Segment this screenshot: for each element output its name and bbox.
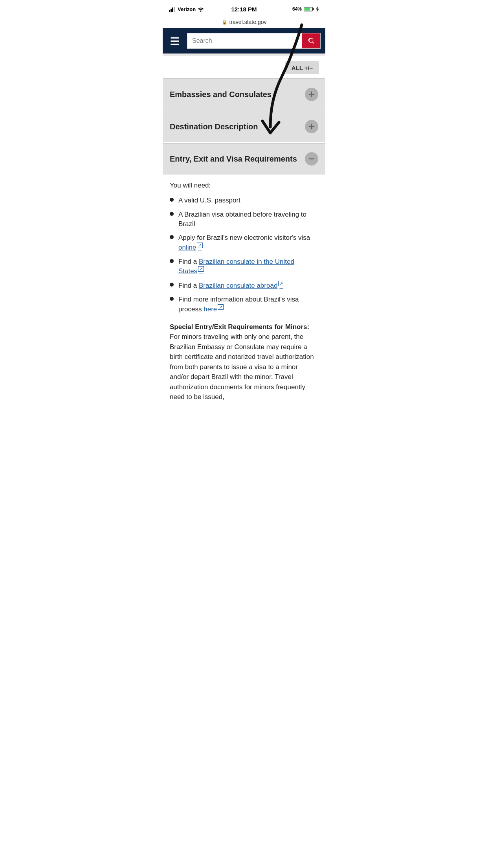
svg-rect-0 bbox=[169, 10, 170, 12]
bullet-dot bbox=[170, 283, 174, 287]
requirements-list: A valid U.S. passport A Brazilian visa o… bbox=[170, 196, 318, 314]
consulate-us-link[interactable]: Brazilian consulate in the United States… bbox=[178, 258, 294, 275]
accordion-title-entry: Entry, Exit and Visa Requirements bbox=[170, 154, 305, 164]
entry-expanded-content: You will need: A valid U.S. passport A B… bbox=[163, 174, 325, 412]
battery-percent: 64% bbox=[292, 6, 302, 12]
search-button[interactable] bbox=[302, 33, 320, 48]
accordion-header-embassies[interactable]: Embassies and Consulates bbox=[163, 79, 325, 110]
list-item-text: Find more information about Brazil's vis… bbox=[178, 295, 318, 314]
accordion-title-destination: Destination Description bbox=[170, 122, 305, 131]
more-info-link[interactable]: here↗ bbox=[204, 305, 224, 313]
svg-rect-5 bbox=[313, 8, 314, 10]
svg-rect-6 bbox=[305, 8, 310, 11]
search-container bbox=[187, 33, 321, 49]
list-item-text: A valid U.S. passport bbox=[178, 196, 240, 205]
special-entry-text: For minors traveling with only one paren… bbox=[170, 333, 314, 401]
svg-marker-7 bbox=[316, 6, 319, 12]
accordion-section-destination: Destination Description bbox=[163, 110, 325, 142]
lock-icon: 🔒 bbox=[222, 19, 227, 25]
bullet-dot bbox=[170, 297, 174, 301]
accordion-section-entry: Entry, Exit and Visa Requirements You wi… bbox=[163, 143, 325, 412]
accordion-title-embassies: Embassies and Consulates bbox=[170, 90, 305, 99]
svg-rect-2 bbox=[172, 7, 173, 12]
list-item: Find a Brazilian consulate in the United… bbox=[170, 257, 318, 276]
list-item: Find a Brazilian consulate abroad↗ bbox=[170, 281, 318, 290]
special-entry-paragraph: Special Entry/Exit Requirements for Mino… bbox=[170, 322, 318, 402]
bullet-dot bbox=[170, 259, 174, 263]
status-bar: Verizon 12:18 PM 64% bbox=[163, 0, 325, 17]
hamburger-line-3 bbox=[171, 44, 179, 45]
bullet-dot bbox=[170, 212, 174, 216]
list-item: A valid U.S. passport bbox=[170, 196, 318, 205]
list-item-text: Find a Brazilian consulate in the United… bbox=[178, 257, 318, 276]
signal-icon bbox=[169, 6, 176, 12]
accordion-icon-embassies bbox=[305, 88, 318, 101]
list-item-text: Find a Brazilian consulate abroad↗ bbox=[178, 281, 284, 290]
search-icon bbox=[307, 37, 315, 45]
carrier-signal: Verizon bbox=[169, 6, 204, 12]
list-item: Find more information about Brazil's vis… bbox=[170, 295, 318, 314]
svg-rect-1 bbox=[171, 9, 172, 12]
you-will-need-label: You will need: bbox=[170, 182, 318, 189]
consulate-abroad-link[interactable]: Brazilian consulate abroad↗ bbox=[199, 282, 284, 289]
bullet-dot bbox=[170, 235, 174, 239]
plus-icon bbox=[308, 91, 315, 98]
accordion-section-embassies: Embassies and Consulates bbox=[163, 78, 325, 110]
battery-area: 64% bbox=[292, 6, 319, 12]
carrier-label: Verizon bbox=[178, 6, 196, 12]
time-display: 12:18 PM bbox=[231, 6, 257, 13]
hamburger-line-1 bbox=[171, 37, 179, 39]
hamburger-line-2 bbox=[171, 40, 179, 42]
special-entry-bold: Special Entry/Exit Requirements for Mino… bbox=[170, 323, 309, 331]
accordion-icon-entry bbox=[305, 152, 318, 166]
list-item: A Brazilian visa obtained before traveli… bbox=[170, 210, 318, 229]
svg-rect-3 bbox=[174, 7, 175, 12]
charging-icon bbox=[316, 6, 319, 12]
accordion-header-destination[interactable]: Destination Description bbox=[163, 111, 325, 142]
wifi-icon bbox=[197, 6, 204, 12]
battery-icon bbox=[304, 6, 314, 12]
search-input[interactable] bbox=[187, 33, 302, 48]
nav-header bbox=[163, 28, 325, 53]
plus-icon-2 bbox=[308, 123, 315, 130]
minus-icon bbox=[308, 155, 315, 162]
all-toggle-button[interactable]: ALL +/– bbox=[285, 61, 319, 74]
list-item-text: A Brazilian visa obtained before traveli… bbox=[178, 210, 318, 229]
bullet-dot bbox=[170, 198, 174, 202]
online-link[interactable]: online↗ bbox=[178, 244, 203, 251]
hamburger-button[interactable] bbox=[167, 34, 182, 48]
url-bar[interactable]: 🔒 travel.state.gov bbox=[163, 17, 325, 28]
accordion-header-entry[interactable]: Entry, Exit and Visa Requirements bbox=[163, 143, 325, 174]
accordion-icon-destination bbox=[305, 120, 318, 133]
list-item: Apply for Brazil's new electronic visito… bbox=[170, 233, 318, 252]
all-toggle-row: ALL +/– bbox=[163, 56, 325, 78]
list-item-text: Apply for Brazil's new electronic visito… bbox=[178, 233, 318, 252]
url-text: travel.state.gov bbox=[229, 19, 267, 25]
